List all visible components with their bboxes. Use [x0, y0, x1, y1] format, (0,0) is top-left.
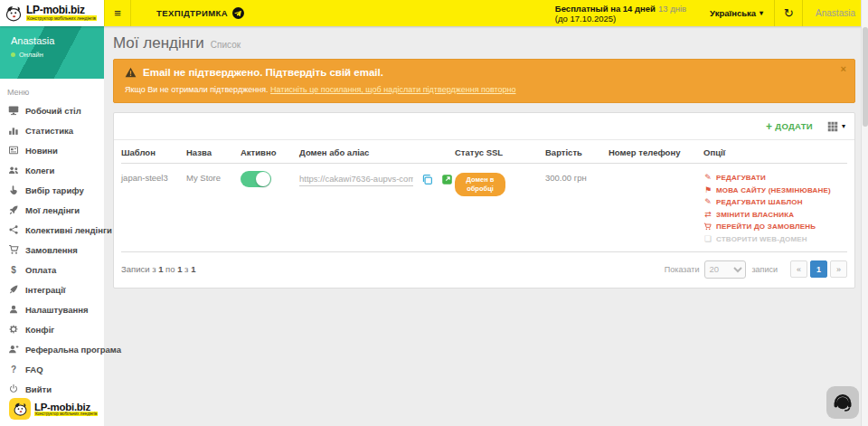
footer-logo-subtitle: Конструктор мобільних лендінгів [34, 412, 98, 416]
pagination-page-1-button[interactable]: 1 [810, 260, 827, 278]
sidebar-item-settings[interactable]: Налаштування [0, 299, 104, 319]
cart-icon [703, 222, 712, 231]
close-icon[interactable]: × [841, 64, 846, 73]
topbar: LP-mobi.biz Конструктор мобільних лендін… [0, 0, 868, 26]
logo-subtitle: Конструктор мобільних лендінгів [26, 15, 97, 21]
domain-input[interactable] [299, 173, 413, 186]
column-settings-button[interactable]: ▾ [827, 121, 845, 132]
sidebar-item-faq[interactable]: ? FAQ [0, 359, 104, 379]
tech-support-link[interactable]: ТЕХПІДТРИМКА [144, 0, 257, 26]
profile-name: Anastasia [11, 35, 104, 46]
sidebar-footer-logo[interactable]: LP-mobi.biz Конструктор мобільних лендін… [0, 393, 104, 424]
resend-confirmation-link[interactable]: Натисніть це посилання, щоб надіслати пі… [270, 85, 515, 94]
desktop-icon [8, 105, 19, 116]
open-external-icon[interactable] [441, 174, 453, 185]
option-create-web-domain-link[interactable]: ❏ СТВОРИТИ WEB-ДОМЕН [703, 234, 845, 244]
grid-icon [827, 121, 838, 132]
active-toggle[interactable] [241, 171, 271, 187]
trial-status: Бесплатный на 14 дней13 днів (до 17.10.2… [555, 0, 699, 26]
sidebar-item-tariff[interactable]: Вибір тарифу [0, 180, 104, 200]
sidebar-item-orders[interactable]: Замовлення [0, 240, 104, 260]
cart-icon [8, 244, 19, 255]
profile-block: Anastasia Онлайн [0, 26, 104, 79]
warning-icon [125, 67, 137, 78]
pagination-next-button[interactable]: » [830, 260, 847, 278]
copy-icon: ❏ [703, 234, 712, 244]
option-edit-link[interactable]: ✎ РЕДАГУВАТИ [703, 173, 845, 183]
sidebar-item-news[interactable]: Новини [0, 140, 104, 160]
col-header-ssl: Статус SSL [455, 140, 545, 163]
col-header-domain: Домен або аліас [299, 140, 455, 163]
copy-icon[interactable] [421, 174, 433, 185]
flag-icon: ⚑ [703, 185, 712, 195]
language-selector[interactable]: Українська ▾ [699, 0, 774, 26]
sidebar-item-payment[interactable]: $ Оплата [0, 260, 104, 279]
hand-pointer-icon [8, 185, 19, 195]
sidebar-item-label: Оплата [25, 265, 56, 275]
dog-logo-icon [5, 5, 23, 23]
cell-phone [609, 164, 703, 251]
support-chat-widget[interactable] [826, 386, 859, 419]
page-title: Мої лендінги [113, 34, 204, 52]
gears-icon [8, 324, 19, 335]
page-size-select[interactable]: 20 [704, 260, 746, 279]
sidebar-item-statistics[interactable]: Статистика [0, 120, 104, 140]
option-change-owner-link[interactable]: ⇄ ЗМІНИТИ ВЛАСНИКА [703, 210, 845, 220]
records-info: Записи з 1 по 1 з 1 [121, 264, 195, 274]
sidebar-item-label: Колективні лендінги [25, 225, 112, 235]
sidebar-item-config[interactable]: Конфіг [0, 319, 104, 339]
sidebar-item-label: Налаштування [25, 305, 89, 315]
sidebar-item-my-landings[interactable]: Мої лендінги [0, 200, 104, 220]
menu-section-label: Меню [0, 79, 104, 100]
language-label: Українська [710, 8, 756, 18]
email-warning-banner: Email не підтверджено. Підтвердіть свій … [113, 59, 855, 103]
option-go-to-orders-link[interactable]: ПЕРЕЙТИ ДО ЗАМОВЛЕНЬ [703, 222, 845, 232]
dog-logo-icon [9, 398, 31, 420]
logo-title: LP-mobi.biz [26, 5, 97, 15]
pagination-prev-button[interactable]: « [790, 260, 807, 278]
cell-name: My Store [186, 164, 241, 251]
cell-template: japan-steel3 [121, 164, 186, 251]
sidebar-item-desktop[interactable]: Робочий стіл [0, 100, 104, 120]
sidebar-item-label: Замовлення [25, 245, 78, 255]
users-icon [8, 165, 19, 175]
landings-panel: + ДОДАТИ ▾ Шаблон Назва Активно Домен аб… [113, 112, 855, 289]
sidebar: Anastasia Онлайн Меню Робочий стіл Стати… [0, 26, 104, 426]
scrollbar-thumb[interactable] [863, 27, 868, 127]
col-header-template: Шаблон [121, 140, 186, 163]
profile-status: Онлайн [19, 51, 43, 59]
chevron-down-icon: ▾ [760, 9, 763, 17]
page-subtitle: Список [211, 40, 241, 50]
sidebar-item-label: Робочий стіл [25, 106, 81, 116]
dollar-icon: $ [8, 264, 19, 275]
sidebar-item-integrations[interactable]: Інтеграції [0, 279, 104, 299]
table-header-row: Шаблон Назва Активно Домен або аліас Ста… [121, 140, 847, 164]
bar-chart-icon [8, 125, 19, 136]
sidebar-item-colleagues[interactable]: Колеги [0, 160, 104, 180]
banner-text: Якщо Ви не отримали підтвердження. [125, 85, 269, 94]
option-site-language-link[interactable]: ⚑ МОВА САЙТУ (НЕЗМІНЮВАНЕ) [703, 185, 845, 195]
cell-price: 300.00 грн [545, 164, 609, 251]
sidebar-item-label: Колеги [25, 166, 54, 175]
col-header-price: Вартість [545, 140, 609, 163]
trial-days-left: 13 днів [658, 4, 686, 14]
col-header-phone: Номер телефону [609, 140, 703, 163]
edit-icon: ✎ [703, 173, 712, 183]
main-content: Мої лендінги Список Email не підтверджен… [104, 26, 861, 426]
sidebar-item-label: Конфіг [25, 325, 54, 335]
support-label: ТЕХПІДТРИМКА [156, 8, 228, 18]
edit-icon: ✎ [703, 197, 712, 207]
option-edit-template-link[interactable]: ✎ РЕДАГУВАТИ ШАБЛОН [703, 197, 845, 207]
page-scrollbar[interactable] [861, 0, 868, 426]
app-logo[interactable]: LP-mobi.biz Конструктор мобільних лендін… [0, 0, 104, 26]
sidebar-toggle-button[interactable]: ≡ [104, 0, 131, 26]
sidebar-item-collective-landings[interactable]: Колективні лендінги [0, 220, 104, 240]
online-status-dot [11, 52, 15, 57]
add-landing-button[interactable]: + ДОДАТИ [766, 120, 813, 133]
user-menu[interactable]: Anastasia [803, 0, 868, 26]
sidebar-item-label: Реферальна програма [25, 345, 121, 355]
refresh-button[interactable]: ↻ [774, 0, 803, 26]
sidebar-item-referral[interactable]: Реферальна програма [0, 339, 104, 359]
exchange-icon: ⇄ [703, 210, 712, 220]
user-plus-icon [8, 344, 19, 355]
